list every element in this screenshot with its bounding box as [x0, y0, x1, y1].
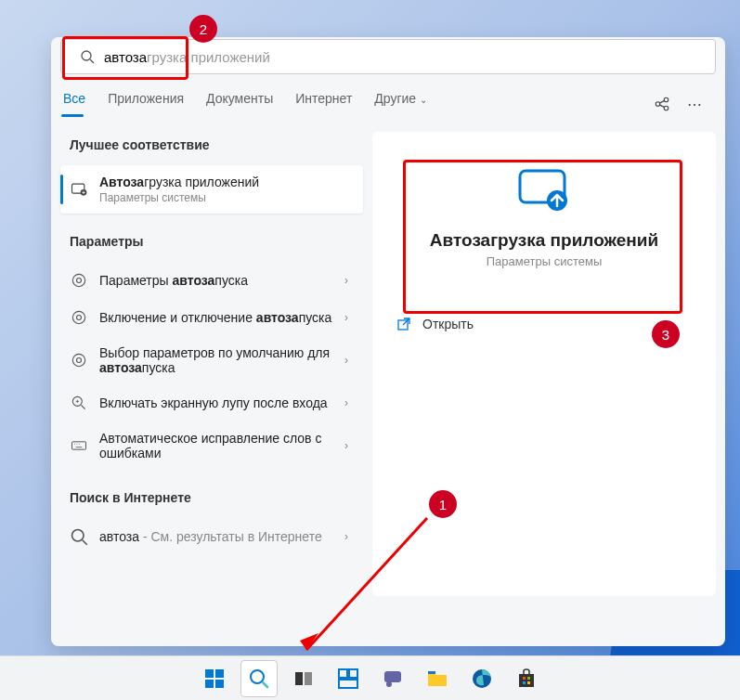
tab-more[interactable]: Другие⌄ [363, 91, 438, 117]
svg-line-1 [90, 59, 94, 63]
svg-rect-30 [215, 669, 224, 678]
svg-point-4 [664, 106, 669, 110]
tab-apps[interactable]: Приложения [97, 91, 195, 117]
open-action[interactable]: Открыть [391, 307, 697, 341]
search-panel: автозагрузка приложений Все Приложения Д… [51, 37, 725, 646]
widgets-button[interactable] [330, 660, 367, 697]
search-typed-text: автоза [104, 49, 147, 65]
search-taskbar-button[interactable] [240, 660, 278, 697]
svg-rect-36 [305, 672, 312, 685]
svg-point-9 [72, 274, 84, 286]
keyboard-icon [70, 436, 88, 455]
tabs-row: Все Приложения Документы Интернет Другие… [51, 74, 725, 117]
startup-large-icon [514, 167, 574, 212]
tab-all[interactable]: Все [61, 91, 97, 117]
svg-point-0 [82, 51, 91, 60]
gear-icon [70, 308, 88, 327]
svg-rect-42 [428, 671, 435, 674]
search-input[interactable]: автозагрузка приложений [104, 49, 696, 65]
store-button[interactable] [508, 660, 545, 697]
svg-rect-35 [295, 672, 303, 685]
svg-rect-47 [523, 681, 526, 684]
svg-point-13 [72, 354, 84, 366]
chevron-down-icon: ⌄ [420, 95, 427, 105]
param-item[interactable]: Параметры автозапуска › [60, 262, 363, 299]
svg-point-24 [72, 530, 84, 542]
svg-point-2 [656, 102, 660, 107]
svg-line-25 [83, 540, 87, 545]
param-item[interactable]: Выбор параметров по умолчанию для автоза… [60, 336, 363, 384]
param-item[interactable]: Включение и отключение автозапуска › [60, 299, 363, 336]
svg-rect-29 [205, 669, 214, 678]
svg-rect-40 [384, 671, 401, 682]
params-label: Параметры [60, 214, 363, 262]
more-icon[interactable]: ⋯ [687, 96, 702, 113]
explorer-button[interactable] [419, 660, 456, 697]
svg-point-33 [251, 670, 264, 683]
taskbar [0, 655, 740, 700]
search-completion-text: грузка приложений [147, 49, 270, 65]
param-item[interactable]: Включать экранную лупу после входа › [60, 384, 363, 421]
svg-line-34 [263, 682, 267, 687]
chevron-right-icon: › [344, 274, 354, 287]
svg-rect-37 [339, 669, 347, 678]
svg-point-11 [72, 311, 84, 323]
chat-button[interactable] [374, 660, 411, 697]
tab-internet[interactable]: Интернет [284, 91, 363, 117]
magnifier-icon [70, 394, 88, 412]
search-icon [80, 49, 95, 64]
share-icon[interactable] [654, 96, 670, 112]
best-match-item[interactable]: Автозагрузка приложений Параметры систем… [60, 165, 363, 214]
svg-point-10 [77, 279, 82, 283]
gear-icon [70, 351, 88, 369]
best-match-label: Лучшее соответствие [60, 132, 363, 165]
svg-rect-46 [527, 677, 530, 680]
task-view-button[interactable] [285, 660, 322, 697]
svg-rect-19 [72, 442, 86, 449]
start-button[interactable] [196, 660, 233, 697]
preview-column: Автозагрузка приложений Параметры систем… [372, 132, 716, 596]
svg-rect-38 [349, 669, 357, 678]
svg-rect-39 [339, 680, 357, 688]
svg-point-12 [77, 316, 82, 320]
search-icon [70, 527, 88, 546]
svg-rect-45 [523, 677, 526, 680]
edge-button[interactable] [463, 660, 500, 697]
chevron-right-icon: › [344, 530, 354, 543]
preview-title: Автозагрузка приложений [409, 230, 679, 251]
svg-line-6 [660, 105, 665, 107]
open-label: Открыть [422, 317, 474, 331]
svg-line-5 [660, 101, 665, 103]
preview-hero: Автозагрузка приложений Параметры систем… [372, 149, 716, 296]
chevron-right-icon: › [344, 311, 354, 324]
search-bar[interactable]: автозагрузка приложений [60, 39, 716, 74]
svg-rect-31 [205, 680, 214, 688]
svg-rect-32 [215, 680, 224, 688]
web-search-item[interactable]: автоза - См. результаты в Интернете › [60, 518, 363, 555]
svg-point-14 [77, 358, 82, 363]
results-column: Лучшее соответствие Автозагрузка приложе… [60, 132, 363, 596]
svg-point-3 [664, 97, 669, 102]
tab-documents[interactable]: Документы [195, 91, 284, 117]
svg-rect-48 [527, 681, 530, 684]
chevron-right-icon: › [344, 396, 354, 409]
svg-rect-44 [519, 674, 534, 687]
param-item[interactable]: Автоматическое исправление слов с ошибка… [60, 421, 363, 470]
web-search-label: Поиск в Интернете [60, 470, 363, 518]
open-icon [396, 317, 411, 331]
svg-line-16 [82, 406, 85, 409]
svg-point-41 [386, 681, 392, 687]
startup-icon [70, 180, 88, 199]
chevron-right-icon: › [344, 439, 354, 452]
preview-subtitle: Параметры системы [409, 254, 679, 268]
chevron-right-icon: › [344, 354, 354, 367]
gear-icon [70, 271, 88, 290]
